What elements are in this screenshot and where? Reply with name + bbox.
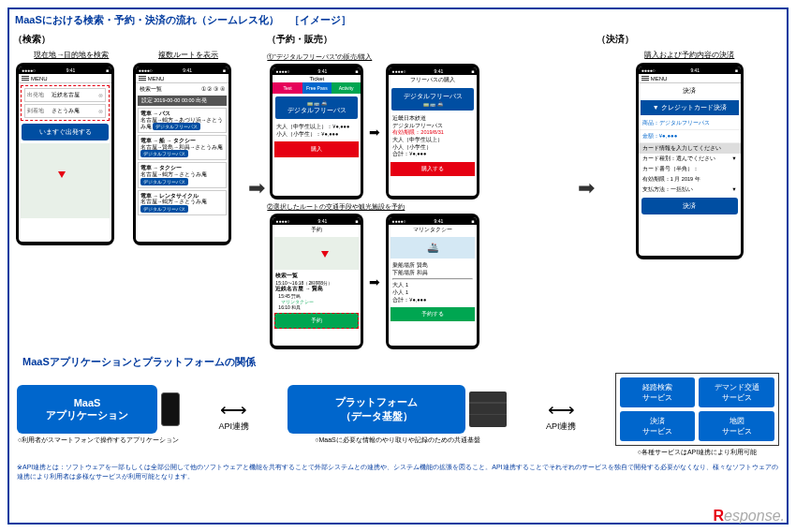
pass-badge: デジタルフリーパス [153, 123, 200, 130]
phone-ticket: ●●●●○9:41■ Ticket TestFree PassActivity … [270, 64, 363, 200]
map[interactable] [21, 143, 110, 218]
caption-book2: ②選択したルートの交通手段や観光施設を予約 [267, 202, 575, 212]
amount-label: 金額：¥●,●●● [639, 130, 741, 143]
card-no-input[interactable]: カード番号（半角）： [639, 164, 741, 174]
arrow-icon: ➡ [369, 274, 380, 289]
svc-note: ○各種サービスはAPI連携により利用可能 [638, 448, 758, 457]
pass-card: 🚃 🚌 🚢デジタルフリーパス [275, 96, 358, 119]
service-grid: 経路検索 サービス デマンド交通 サービス 決済 サービス 地図 サービス [615, 373, 779, 446]
service-map: 地図 サービス [699, 411, 774, 441]
to-input[interactable]: 到着地さとうみ庵⊗ [24, 104, 106, 118]
hamburger-icon[interactable] [139, 76, 146, 81]
maas-app-box: MaaS アプリケーション [17, 385, 157, 434]
caption-book1: ①"デジタルフリーパス"の販売/購入 [267, 52, 575, 62]
route-item[interactable]: 電車 → バス名古屋→鶴方→あづり浜→さとうみ庵 デジタルフリーパス [138, 108, 227, 133]
section-payment: （決済） [597, 33, 783, 46]
buy-button[interactable]: 購入する [391, 162, 475, 176]
card-type-select[interactable]: カード種別：選んでください▼ [639, 154, 741, 164]
api-label: API連携 [546, 421, 577, 433]
caption-search1: 現在地→目的地を検索 [13, 50, 130, 60]
map-pin-icon [58, 171, 66, 178]
chevron-down-icon: ▼ [731, 186, 736, 193]
section-search: （検索） [13, 33, 246, 46]
date-label: 設定 [141, 97, 153, 103]
phone-taxi: ●●●●○9:41■ マリンタクシー 🚢 乗船場所 賢島下船場所 和具大人 1小… [386, 214, 479, 349]
pay-method-select[interactable]: 支払方法：一括払い▼ [639, 185, 741, 195]
plat-note: ○MaaSに必要な情報のやり取りや記録のための共通基盤 [315, 436, 480, 445]
watermark: RResponse.esponse. [714, 508, 786, 525]
api-footnote: ※API連携とは：ソフトウェアを一部もしくは全部公開して他のソフトウェアと機能を… [17, 463, 779, 481]
menu-label: MENU [31, 76, 48, 81]
tab[interactable]: Test [273, 82, 302, 94]
tab[interactable]: Activity [332, 82, 361, 94]
buy-button[interactable]: 購入 [274, 141, 359, 157]
double-arrow-icon: ⟷ [218, 398, 249, 421]
section-booking: （予約・販売） [267, 33, 575, 46]
smartphone-icon [161, 392, 180, 426]
pass-card: デジタルフリーパス🚃 🚌 🚢 [391, 88, 474, 111]
expire-input[interactable]: 有効期限：1 月 2019 年 [639, 174, 741, 185]
phone-pass: ●●●●○9:41■ フリーパスの購入 デジタルフリーパス🚃 🚌 🚢 近畿日本鉄… [386, 64, 479, 200]
card-info-header: カード情報を入力してください [639, 143, 741, 154]
flow-arrow-icon: ➡ [248, 176, 265, 200]
signal-icon: ●●●●○ [22, 67, 36, 73]
app-note: ○利用者がスマートフォンで操作するアプリケーション [18, 436, 179, 445]
phone-reserve: ●●●●○9:41■ 予約 検索一覧 15:10〜16:18（2時間8分） 近鉄… [270, 214, 363, 349]
service-route: 経路検索 サービス [620, 377, 696, 407]
caption-search2: 複数ルートを表示 [130, 50, 247, 60]
route-item[interactable]: 電車 → 船 → タクシー名古屋→賢島→和具→さとうみ庵 デジタルフリーパス [138, 135, 227, 160]
payment-header: 決済 [639, 83, 741, 98]
route-item[interactable]: 電車 → レンタサイクル名古屋→鶴方→さとうみ庵 デジタルフリーパス [138, 190, 227, 215]
double-arrow-icon: ⟷ [546, 398, 577, 421]
ship-icon: 🚢 [391, 237, 475, 259]
platform-box: プラットフォーム （データ基盤） [287, 385, 465, 434]
reserve-button[interactable]: 予約する [391, 307, 475, 321]
map[interactable] [274, 237, 359, 270]
battery-icon: ■ [106, 67, 109, 73]
map-pin-icon [321, 251, 329, 258]
phone-search: ●●●●○9:41■ MENU 出発地近鉄名古屋⊗ 到着地さとうみ庵⊗ いますぐ… [16, 63, 114, 245]
tab[interactable]: Free Pass [302, 82, 332, 94]
ticket-header: Ticket [273, 75, 361, 82]
service-payment: 決済 サービス [620, 411, 696, 441]
taxi-header: マリンタクシー [389, 225, 477, 235]
server-icon [469, 392, 507, 427]
api-label: API連携 [218, 421, 249, 433]
item-label: 商品：デジタルフリーパス [639, 117, 741, 130]
platform-title: MaaSアプリケーションとプラットフォームの関係 [22, 355, 779, 369]
clear-icon[interactable]: ⊗ [98, 108, 103, 114]
depart-button[interactable]: いますぐ出発する [22, 124, 109, 140]
clear-icon[interactable]: ⊗ [98, 92, 103, 98]
chevron-down-icon: ▼ [731, 155, 736, 162]
service-demand: デマンド交通 サービス [699, 377, 774, 407]
pay-button[interactable]: 決済 [641, 198, 738, 214]
caption-pay: 購入および予約内容の決済 [597, 50, 783, 60]
reserve-button[interactable]: 予約 [274, 313, 359, 329]
flow-arrow-icon: ➡ [578, 176, 595, 200]
phone-routes: ●●●●○9:41■ MENU 検索一覧① ② ③ ④ 設定 2019-00-0… [133, 63, 231, 245]
hamburger-icon[interactable] [641, 76, 649, 81]
pass-header: フリーパスの購入 [389, 75, 477, 85]
route-tabs[interactable]: ① ② ③ ④ [201, 85, 225, 94]
hamburger-icon[interactable] [22, 76, 29, 81]
arrow-icon: ➡ [369, 125, 380, 140]
payment-method-select[interactable]: ▼ クレジットカード決済 [641, 100, 739, 115]
clock: 9:41 [66, 67, 76, 73]
phone-payment: ●●●●○9:41■ MENU 決済 ▼ クレジットカード決済 商品：デジタルフ… [636, 63, 744, 259]
list-header: 検索一覧 [140, 85, 162, 94]
reserve-header: 予約 [273, 225, 361, 235]
from-input[interactable]: 出発地近鉄名古屋⊗ [24, 88, 106, 102]
route-item[interactable]: 電車 → タクシー名古屋→鶴方→さとうみ庵 デジタルフリーパス [138, 162, 227, 187]
main-title: MaaSにおける検索・予約・決済の流れ（シームレス化） ［イメージ］ [15, 13, 787, 27]
